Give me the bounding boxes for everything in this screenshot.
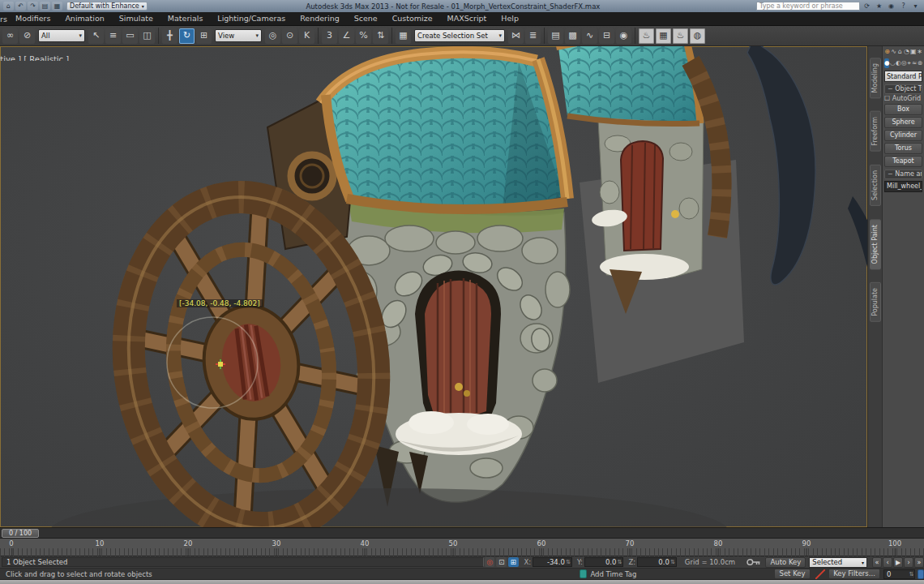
workspace-dropdown[interactable]: Default with Enhance ▾: [66, 2, 148, 11]
y-coordinate-field[interactable]: 0.0: [584, 557, 624, 567]
rendered-frame-window-icon[interactable]: ▦: [656, 28, 671, 44]
name-color-rollout[interactable]: Name and Color: [884, 170, 922, 179]
isolate-selection-icon[interactable]: ◎: [485, 557, 495, 567]
create-teapot-button[interactable]: Teapot: [884, 156, 922, 167]
menu-animation[interactable]: Animation: [58, 12, 111, 25]
mirror-icon[interactable]: ⋈: [508, 28, 524, 44]
perspective-viewport[interactable]: [ Perspective ] [ Realistic ] [-34.08, -…: [0, 46, 867, 527]
select-and-manipulate-icon[interactable]: ⊙: [282, 28, 297, 44]
menu-item-clipped[interactable]: rs: [0, 15, 8, 24]
absolute-mode-icon[interactable]: ⊞: [508, 557, 519, 567]
selection-filter-dropdown[interactable]: All▾: [38, 29, 85, 42]
menu-simulate[interactable]: Simulate: [112, 12, 160, 25]
play-icon[interactable]: ▶: [893, 557, 903, 568]
lights-icon[interactable]: ◐: [896, 58, 900, 68]
space-warps-icon[interactable]: ≈: [912, 58, 917, 68]
select-object-icon[interactable]: ↖: [88, 28, 104, 44]
save-file-icon[interactable]: ▦: [52, 2, 62, 11]
infocenter-search-input[interactable]: [756, 2, 860, 11]
spinner-snap-toggle-icon[interactable]: ⇅: [373, 28, 388, 44]
menu-rendering[interactable]: Rendering: [293, 12, 347, 25]
ribbon-tab-modeling[interactable]: Modeling: [870, 58, 881, 98]
previous-frame-icon[interactable]: ‹: [883, 557, 892, 568]
menu-lighting-cameras[interactable]: Lighting/Cameras: [210, 12, 293, 25]
search-icon[interactable]: ⟳: [862, 2, 872, 11]
motion-tab-icon[interactable]: ◔: [904, 47, 909, 57]
shapes-icon[interactable]: ◡: [890, 58, 895, 68]
material-editor-icon[interactable]: ◉: [616, 28, 631, 44]
dark-blade-object[interactable]: [747, 46, 867, 286]
snaps-toggle-3d-icon[interactable]: 3: [322, 28, 337, 44]
ribbon-tab-object-paint[interactable]: Object Paint: [870, 219, 881, 269]
keyboard-shortcut-override-icon[interactable]: K: [299, 28, 314, 44]
object-name-field[interactable]: Mill_wheel_01: [884, 181, 922, 192]
go-to-end-icon[interactable]: »: [914, 557, 924, 568]
ribbon-tab-freeform[interactable]: Freeform: [870, 111, 881, 152]
help-icon[interactable]: ?: [898, 2, 909, 11]
angle-snap-toggle-icon[interactable]: ∠: [339, 28, 354, 44]
reference-coordinate-system-dropdown[interactable]: View▾: [215, 29, 262, 42]
schematic-view-icon[interactable]: ⊟: [599, 28, 614, 44]
object-type-rollout[interactable]: Object Type: [884, 84, 922, 94]
key-filters-button[interactable]: Key Filters...: [828, 569, 880, 579]
edit-named-selection-sets-icon[interactable]: ▦: [396, 28, 411, 44]
named-selection-sets-dropdown[interactable]: Create Selection Set▾: [414, 29, 505, 42]
display-tab-icon[interactable]: ▣: [910, 47, 916, 57]
auto-key-button[interactable]: Auto Key: [765, 557, 806, 568]
viewport-label[interactable]: [ Perspective ] [ Realistic ]: [0, 50, 69, 61]
menu-customize[interactable]: Customize: [385, 12, 440, 25]
application-menu-icon[interactable]: ⌂: [3, 2, 14, 11]
set-key-button[interactable]: Set Key: [774, 569, 810, 579]
hierarchy-tab-icon[interactable]: ⌂: [897, 47, 903, 57]
menu-help[interactable]: Help: [494, 12, 526, 25]
current-frame-field[interactable]: 0: [883, 569, 916, 579]
time-tag-icon[interactable]: [580, 569, 587, 578]
time-slider-track[interactable]: 0 / 100: [0, 527, 924, 539]
layer-manager-icon[interactable]: ▤: [548, 28, 563, 44]
select-and-rotate-icon[interactable]: ↻: [179, 28, 195, 44]
geometry-icon[interactable]: ●: [884, 58, 889, 68]
ribbon-tab-selection[interactable]: Selection: [870, 165, 881, 206]
create-sphere-button[interactable]: Sphere: [884, 117, 922, 128]
next-frame-icon[interactable]: ›: [904, 557, 913, 568]
render-production-icon[interactable]: ♨: [673, 28, 688, 44]
go-to-start-icon[interactable]: «: [872, 557, 882, 568]
open-file-icon[interactable]: ▤: [40, 2, 50, 11]
autogrid-checkbox[interactable]: AutoGrid: [884, 95, 922, 102]
curve-editor-icon[interactable]: ∿: [582, 28, 597, 44]
menu-materials[interactable]: Materials: [160, 12, 211, 25]
create-tab-icon[interactable]: ⊕: [884, 47, 890, 57]
render-setup-icon[interactable]: ♨: [639, 28, 654, 44]
menu-maxscript[interactable]: MAXScript: [440, 12, 494, 25]
graphite-modeling-ribbon-icon[interactable]: ▩: [565, 28, 580, 44]
systems-icon[interactable]: ⊛: [918, 58, 922, 68]
select-and-move-icon[interactable]: ╋: [162, 28, 178, 44]
align-icon[interactable]: ≣: [525, 28, 541, 44]
key-mode-toggle-icon[interactable]: [918, 569, 924, 579]
menu-scene[interactable]: Scene: [347, 12, 385, 25]
rectangular-selection-region-icon[interactable]: ▭: [122, 28, 138, 44]
category-dropdown[interactable]: Standard Primitives ▾: [884, 71, 922, 82]
select-and-link-icon[interactable]: ∞: [2, 28, 18, 44]
undo-icon[interactable]: ↶: [15, 2, 26, 11]
unlink-selection-icon[interactable]: ⊘: [19, 28, 35, 44]
select-by-name-icon[interactable]: ≡: [105, 28, 121, 44]
window-crossing-icon[interactable]: ◫: [139, 28, 155, 44]
key-selection-dropdown[interactable]: Selected ▾: [809, 557, 867, 568]
create-cylinder-button[interactable]: Cylinder: [884, 130, 922, 141]
modify-tab-icon[interactable]: ∿: [891, 47, 896, 57]
subscription-icon[interactable]: ★: [874, 2, 884, 11]
z-coordinate-field[interactable]: 0.0: [637, 557, 677, 567]
select-and-scale-icon[interactable]: ⊞: [196, 28, 212, 44]
infocenter-menu-icon[interactable]: ▾: [910, 2, 921, 11]
x-coordinate-field[interactable]: -34.0: [533, 557, 572, 567]
set-key-mode-icon[interactable]: [746, 558, 760, 566]
utilities-tab-icon[interactable]: ∗: [917, 47, 922, 57]
menu-modifiers[interactable]: Modifiers: [8, 12, 58, 25]
time-slider-handle[interactable]: 0 / 100: [2, 529, 39, 538]
use-pivot-point-center-icon[interactable]: ◎: [265, 28, 280, 44]
track-bar[interactable]: 0102030405060708090100: [0, 539, 924, 556]
cameras-icon[interactable]: ◎: [901, 58, 906, 68]
ribbon-tab-populate[interactable]: Populate: [870, 282, 881, 322]
selection-lock-icon[interactable]: ⊡: [496, 557, 507, 567]
